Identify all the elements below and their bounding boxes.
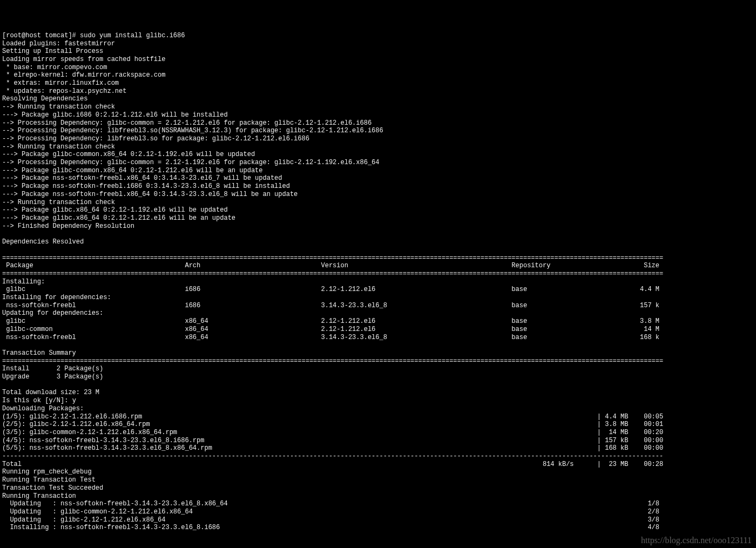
output-line: Loading mirror speeds from cached hostfi… bbox=[2, 56, 165, 63]
output-line: * extras: mirror.linuxfix.com bbox=[2, 79, 119, 87]
output-line: Downloading Packages: bbox=[2, 405, 84, 412]
summary-line: Install 2 Package(s) bbox=[2, 365, 103, 373]
hr-eq: ========================================… bbox=[2, 270, 663, 278]
output-line: ---> Package glibc.x86_64 0:2.12-1.212.e… bbox=[2, 214, 235, 222]
output-line: --> Running transaction check bbox=[2, 199, 115, 206]
output-line: --> Processing Dependency: libfreebl3.so… bbox=[2, 127, 383, 134]
download-line: (1/5): glibc-2.12-1.212.el6.i686.rpm | 4… bbox=[2, 413, 663, 421]
section-title: Transaction Summary bbox=[2, 349, 76, 357]
output-line: ---> Package nss-softokn-freebl.x86_64 0… bbox=[2, 191, 298, 198]
output-line: Resolving Dependencies bbox=[2, 95, 87, 103]
output-line: Setting up Install Process bbox=[2, 48, 103, 55]
output-line: ---> Package glibc.i686 0:2.12-1.212.el6… bbox=[2, 111, 228, 119]
output-line: Total download size: 23 M bbox=[2, 389, 99, 396]
confirm-input[interactable]: y bbox=[72, 397, 76, 404]
section-title: Updating for dependencies: bbox=[2, 309, 103, 317]
output-line: Dependencies Resolved bbox=[2, 238, 84, 246]
output-line: --> Finished Dependency Resolution bbox=[2, 222, 134, 230]
watermark: https://blog.csdn.net/ooo123111 bbox=[641, 537, 752, 545]
output-line: --> Processing Dependency: glibc-common … bbox=[2, 159, 380, 166]
output-line: * updates: repos-lax.psychz.net bbox=[2, 87, 126, 95]
section-title: Installing: bbox=[2, 278, 45, 286]
section-title: Installing for dependencies: bbox=[2, 294, 111, 301]
terminal-output: [root@host tomcat]# sudo yum install gli… bbox=[2, 32, 754, 532]
output-line: --> Running transaction check bbox=[2, 143, 115, 151]
shell-command[interactable]: sudo yum install glibc.i686 bbox=[80, 32, 185, 39]
summary-line: Upgrade 3 Package(s) bbox=[2, 373, 103, 381]
output-line: Running Transaction Test bbox=[2, 476, 96, 484]
download-line: (4/5): nss-softokn-freebl-3.14.3-23.3.el… bbox=[2, 437, 663, 444]
download-line: (3/5): glibc-common-2.12-1.212.el6.x86_6… bbox=[2, 429, 663, 436]
table-row: glibc i686 2.12-1.212.el6 base 4.4 M bbox=[2, 286, 663, 293]
output-line: ---> Package glibc.x86_64 0:2.12-1.192.e… bbox=[2, 206, 228, 214]
transaction-step: Installing : nss-softokn-freebl-3.14.3-2… bbox=[2, 524, 663, 531]
download-line: (5/5): nss-softokn-freebl-3.14.3-23.3.el… bbox=[2, 444, 663, 452]
output-line: * base: mirror.compevo.com bbox=[2, 64, 107, 71]
transaction-step: Updating : nss-softokn-freebl-3.14.3-23.… bbox=[2, 500, 663, 508]
table-row: glibc x86_64 2.12-1.212.el6 base 3.8 M bbox=[2, 317, 663, 325]
transaction-step: Updating : glibc-2.12-1.212.el6.x86_64 3… bbox=[2, 516, 663, 524]
hr-eq: ========================================… bbox=[2, 357, 663, 365]
hr-eq: ========================================… bbox=[2, 254, 663, 262]
output-line: Running rpm_check_debug bbox=[2, 468, 92, 476]
table-header: Package Arch Version Repository Size bbox=[2, 262, 663, 269]
confirm-prompt: Is this ok [y/N]: bbox=[2, 397, 68, 404]
transaction-step: Updating : glibc-common-2.12-1.212.el6.x… bbox=[2, 508, 663, 516]
output-line: Transaction Test Succeeded bbox=[2, 484, 103, 492]
output-line: ---> Package glibc-common.x86_64 0:2.12-… bbox=[2, 151, 255, 158]
output-line: --> Processing Dependency: libfreebl3.so… bbox=[2, 135, 309, 143]
output-line: Loaded plugins: fastestmirror bbox=[2, 40, 115, 48]
download-line: (2/5): glibc-2.12-1.212.el6.x86_64.rpm |… bbox=[2, 421, 663, 428]
table-row: nss-softokn-freebl i686 3.14.3-23.3.el6_… bbox=[2, 302, 663, 309]
output-line: ---> Package nss-softokn-freebl.i686 0:3… bbox=[2, 182, 290, 190]
download-total: Total 814 kB/s | 23 MB 00:28 bbox=[2, 461, 663, 468]
output-line: --> Running transaction check bbox=[2, 103, 115, 111]
shell-prompt: [root@host tomcat]# bbox=[2, 32, 76, 39]
hr-dash: ----------------------------------------… bbox=[2, 452, 663, 460]
output-line: ---> Package glibc-common.x86_64 0:2.12-… bbox=[2, 167, 262, 174]
output-line: ---> Package nss-softokn-freebl.x86_64 0… bbox=[2, 174, 282, 182]
table-row: nss-softokn-freebl x86_64 3.14.3-23.3.el… bbox=[2, 334, 663, 341]
output-line: --> Processing Dependency: glibc-common … bbox=[2, 119, 372, 127]
table-row: glibc-common x86_64 2.12-1.212.el6 base … bbox=[2, 326, 663, 333]
output-line: * elrepo-kernel: dfw.mirror.rackspace.co… bbox=[2, 71, 165, 79]
output-line: Running Transaction bbox=[2, 492, 76, 500]
